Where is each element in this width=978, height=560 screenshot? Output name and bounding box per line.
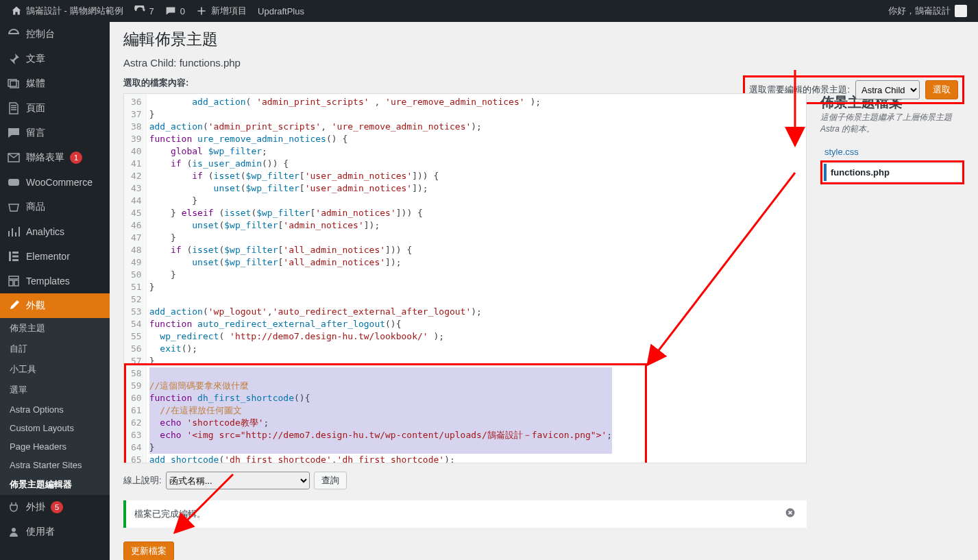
sub-theme-editor[interactable]: 佈景主題編輯器 xyxy=(0,474,110,495)
documentation-row: 線上說明: 函式名稱... 查詢 xyxy=(123,472,807,489)
new-item-label: 新增項目 xyxy=(211,5,247,17)
woo-icon xyxy=(7,175,21,189)
annotation-file-highlight: functions.php xyxy=(820,160,964,184)
page-body: 編輯佈景主題 Astra Child: functions.php 選取需要編輯… xyxy=(110,22,978,560)
appearance-submenu: 佈景主題 自訂 小工具 選單 Astra Options Custom Layo… xyxy=(0,318,110,495)
success-notice: 檔案已完成編輯。 xyxy=(123,500,807,528)
sub-page-headers[interactable]: Page Headers xyxy=(0,437,110,456)
menu-posts[interactable]: 文章 xyxy=(0,47,110,71)
code-lines: add_action( 'admin_print_scripts' , 'ure… xyxy=(147,94,615,463)
comments-count: 0 xyxy=(180,6,185,16)
dismiss-notice-button[interactable] xyxy=(785,507,798,521)
sub-themes[interactable]: 佈景主題 xyxy=(0,318,110,339)
menu-woocommerce[interactable]: WooCommerce xyxy=(0,170,110,195)
user-icon xyxy=(7,525,21,539)
files-description: 這個子佈景主題繼承了上層佈景主題 Astra 的範本。 xyxy=(820,112,964,135)
updraft-label: UpdraftPlus xyxy=(258,6,304,16)
menu-media[interactable]: 媒體 xyxy=(0,71,110,96)
sub-starter-sites[interactable]: Astra Starter Sites xyxy=(0,456,110,474)
menu-analytics[interactable]: Analytics xyxy=(0,219,110,244)
menu-plugins[interactable]: 外掛 5 xyxy=(0,495,110,520)
site-home-link[interactable]: 鵠崙設計 - 購物網站範例 xyxy=(5,0,129,22)
doc-label: 線上說明: xyxy=(123,474,162,487)
media-icon xyxy=(7,77,21,90)
sub-menus[interactable]: 選單 xyxy=(0,380,110,400)
svg-rect-3 xyxy=(12,256,19,258)
dashboard-icon xyxy=(7,27,21,41)
elementor-icon xyxy=(7,249,21,263)
product-icon xyxy=(7,200,21,214)
home-icon xyxy=(11,5,22,16)
menu-contact[interactable]: 聯絡表單 1 xyxy=(0,145,110,170)
svg-point-5 xyxy=(12,528,16,532)
update-file-button[interactable]: 更新檔案 xyxy=(123,541,174,560)
mail-icon xyxy=(7,151,21,165)
notice-text: 檔案已完成編輯。 xyxy=(134,508,206,520)
doc-lookup-button[interactable]: 查詢 xyxy=(314,472,347,489)
page-title: 編輯佈景主題 xyxy=(123,29,964,50)
updates-link[interactable]: 7 xyxy=(129,0,160,22)
admin-menu: 控制台 文章 媒體 頁面 留言 聯絡表單 1 WooCommerce 商品 An… xyxy=(0,22,110,560)
brush-icon xyxy=(7,299,21,313)
menu-templates[interactable]: Templates xyxy=(0,269,110,293)
line-gutter: 3637383940414243444546474849505152535455… xyxy=(124,94,147,463)
menu-comments[interactable]: 留言 xyxy=(0,121,110,145)
menu-appearance[interactable]: 外觀 xyxy=(0,293,110,318)
sub-customize[interactable]: 自訂 xyxy=(0,339,110,359)
svg-rect-0 xyxy=(8,179,19,186)
greeting-text: 你好，鵠崙設計 xyxy=(888,5,951,17)
theme-select[interactable]: Astra Child xyxy=(855,80,920,99)
pin-icon xyxy=(7,52,21,66)
plus-icon xyxy=(196,5,207,16)
refresh-icon xyxy=(134,5,145,16)
svg-rect-4 xyxy=(12,259,19,261)
svg-rect-2 xyxy=(12,252,19,254)
page-icon xyxy=(7,101,21,115)
comments-link[interactable]: 0 xyxy=(160,0,191,22)
admin-bar: 鵠崙設計 - 購物網站範例 7 0 新增項目 UpdraftPlus 你好，鵠崙… xyxy=(0,0,978,22)
updates-count: 7 xyxy=(149,6,154,16)
svg-rect-1 xyxy=(9,252,11,261)
comments-icon xyxy=(7,126,21,140)
analytics-icon xyxy=(7,225,21,239)
select-theme-button[interactable]: 選取 xyxy=(925,80,958,99)
comment-icon xyxy=(165,5,176,16)
theme-files-panel: 佈景主題檔案 這個子佈景主題繼承了上層佈景主題 Astra 的範本。 style… xyxy=(820,93,964,184)
close-icon xyxy=(785,507,796,518)
new-item-link[interactable]: 新增項目 xyxy=(191,0,252,22)
file-style-css[interactable]: style.css xyxy=(820,143,964,160)
plugin-icon xyxy=(7,500,21,514)
menu-users[interactable]: 使用者 xyxy=(0,520,110,544)
greeting-link[interactable]: 你好，鵠崙設計 xyxy=(883,0,973,22)
menu-products[interactable]: 商品 xyxy=(0,195,110,219)
code-editor[interactable]: 3637383940414243444546474849505152535455… xyxy=(123,93,807,463)
file-functions-php[interactable]: functions.php xyxy=(824,164,961,181)
templates-icon xyxy=(7,274,21,288)
avatar xyxy=(955,5,967,17)
plugins-count-badge: 5 xyxy=(51,501,63,513)
doc-function-select[interactable]: 函式名稱... xyxy=(166,472,310,489)
menu-pages[interactable]: 頁面 xyxy=(0,96,110,121)
updraft-link[interactable]: UpdraftPlus xyxy=(252,0,310,22)
contact-count-badge: 1 xyxy=(70,151,82,164)
menu-dashboard[interactable]: 控制台 xyxy=(0,22,110,47)
site-name: 鵠崙設計 - 購物網站範例 xyxy=(26,5,123,17)
menu-elementor[interactable]: Elementor xyxy=(0,244,110,269)
sub-astra-options[interactable]: Astra Options xyxy=(0,400,110,419)
sub-custom-layouts[interactable]: Custom Layouts xyxy=(0,419,110,437)
page-subtitle: Astra Child: functions.php xyxy=(123,57,964,69)
sub-widgets[interactable]: 小工具 xyxy=(0,359,110,380)
